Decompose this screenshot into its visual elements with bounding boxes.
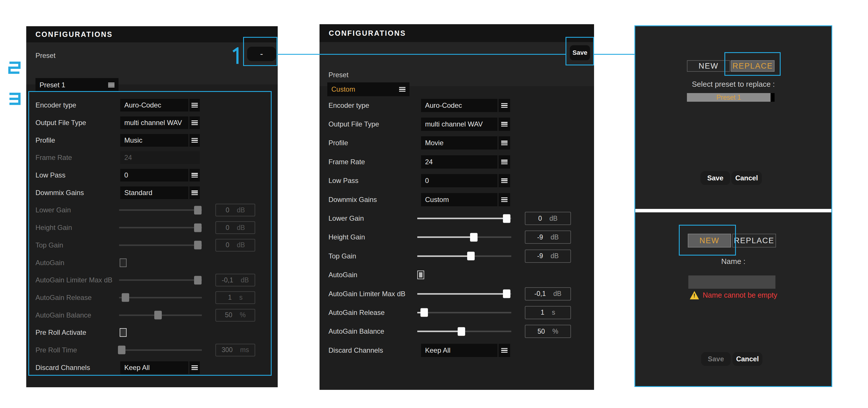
dropdown-value: Movie xyxy=(425,139,443,147)
row-label: Downmix Gains xyxy=(329,195,418,203)
row-downmix-gains: Downmix GainsStandard xyxy=(26,184,278,201)
dropdown-value: Auro-Codec xyxy=(124,101,161,109)
preset-name-input[interactable] xyxy=(688,275,775,289)
dropdown-menu-button[interactable] xyxy=(189,116,200,129)
value-unit: s xyxy=(552,309,555,316)
row-height-gain: Height Gain0dB xyxy=(26,219,278,237)
slider-thumb[interactable] xyxy=(503,214,510,223)
row-autogain-limiter-max-db: AutoGain Limiter Max dB-0,1dB xyxy=(26,271,278,289)
row-label: Encoder type xyxy=(329,101,418,109)
dropdown-profile[interactable]: Movie xyxy=(421,136,497,149)
slider-track-autogain-release[interactable] xyxy=(417,312,511,313)
preset-dropdown[interactable]: Preset 1 xyxy=(35,78,119,92)
dropdown-menu-button[interactable] xyxy=(499,174,510,187)
value-number: -0,1 xyxy=(222,276,233,284)
slider-thumb xyxy=(194,223,202,232)
row-label: Lower Gain xyxy=(35,206,125,214)
checkbox-autogain[interactable] xyxy=(417,271,424,279)
dropdown-output-file-type[interactable]: multi channel WAV xyxy=(421,117,497,131)
slider-thumb[interactable] xyxy=(467,252,475,261)
scrollbar[interactable] xyxy=(771,93,775,102)
menu-icon xyxy=(501,160,507,164)
dropdown-menu-button[interactable] xyxy=(189,169,200,181)
row-lower-gain: Lower Gain0dB xyxy=(26,201,278,219)
checkbox-pre-roll-activate[interactable] xyxy=(120,328,127,337)
value-field-autogain-release[interactable]: 1s xyxy=(525,306,571,319)
dropdown-frame-rate[interactable]: 24 xyxy=(421,155,497,169)
slider-track-autogain-balance[interactable] xyxy=(417,331,511,332)
slider-track-height-gain[interactable] xyxy=(417,237,511,238)
value-field-height-gain[interactable]: -9dB xyxy=(525,231,571,244)
dropdown-menu-button[interactable] xyxy=(189,361,200,374)
value-field-top-gain[interactable]: -9dB xyxy=(525,249,571,263)
preset-option[interactable]: Preset 1 xyxy=(687,93,771,102)
row-lower-gain: Lower Gain0dB xyxy=(319,209,594,228)
row-profile: ProfileMovie xyxy=(319,134,594,152)
dropdown-encoder-type[interactable]: Auro-Codec xyxy=(120,99,188,111)
dropdown-low-pass[interactable]: 0 xyxy=(421,174,497,187)
remove-preset-button[interactable]: - xyxy=(247,47,276,61)
slider-thumb[interactable] xyxy=(421,308,428,317)
checkbox-autogain xyxy=(120,259,127,267)
dropdown-menu-button[interactable] xyxy=(499,155,510,169)
slider-thumb xyxy=(154,311,162,319)
row-autogain-balance: AutoGain Balance50% xyxy=(26,306,278,324)
dropdown-encoder-type[interactable]: Auro-Codec xyxy=(421,99,497,112)
dropdown-downmix-gains[interactable]: Standard xyxy=(120,186,188,199)
value-field-lower-gain: 0dB xyxy=(215,204,255,216)
tab-new[interactable]: NEW xyxy=(687,60,730,72)
panel-header: CONFIGURATIONS xyxy=(26,26,278,42)
dropdown-menu-button[interactable] xyxy=(189,186,200,199)
dropdown-menu-button[interactable] xyxy=(499,99,510,112)
value-field-pre-roll-time: 300ms xyxy=(215,344,255,356)
slider-track-lower-gain[interactable] xyxy=(417,218,511,219)
dropdown-menu-button[interactable] xyxy=(499,193,510,206)
dropdown-menu-button[interactable] xyxy=(189,99,200,111)
slider-track-autogain-limiter-max-db xyxy=(119,279,202,281)
dropdown-low-pass[interactable]: 0 xyxy=(120,169,188,181)
dropdown-value: Keep All xyxy=(425,346,451,354)
tab-replace[interactable]: REPLACE xyxy=(732,234,776,247)
dropdown-output-file-type[interactable]: multi channel WAV xyxy=(120,116,188,129)
menu-icon xyxy=(501,197,507,202)
slider-track-top-gain[interactable] xyxy=(417,255,511,257)
menu-icon xyxy=(191,173,198,177)
validation-error: ! Name cannot be empty xyxy=(635,291,831,299)
row-downmix-gains: Downmix GainsCustom xyxy=(319,190,594,209)
slider-thumb[interactable] xyxy=(458,327,465,336)
preset-dropdown-value: Custom xyxy=(331,85,355,93)
slider-thumb[interactable] xyxy=(470,233,477,241)
tab-replace[interactable]: REPLACE xyxy=(731,60,775,72)
dropdown-menu-button[interactable] xyxy=(499,136,510,149)
cancel-button[interactable]: Cancel xyxy=(731,171,762,185)
name-label: Name : xyxy=(635,257,831,266)
value-field-lower-gain[interactable]: 0dB xyxy=(525,212,571,225)
preset-dropdown[interactable]: Custom xyxy=(327,82,409,96)
dropdown-menu-button[interactable] xyxy=(189,134,200,147)
save-preset-button[interactable]: Save xyxy=(570,45,590,60)
dropdown-menu-button[interactable] xyxy=(499,117,510,131)
row-label: Top Gain xyxy=(35,241,125,249)
annotation-marker-2 xyxy=(7,61,21,75)
slider-fill xyxy=(417,237,474,238)
row-label: Height Gain xyxy=(329,233,418,241)
dropdown-menu-button[interactable] xyxy=(499,344,510,357)
value-field-height-gain: 0dB xyxy=(215,221,255,234)
save-button-disabled[interactable]: Save xyxy=(701,352,731,366)
row-label: Height Gain xyxy=(35,224,125,232)
dropdown-discard-channels[interactable]: Keep All xyxy=(120,361,188,374)
dropdown-discard-channels[interactable]: Keep All xyxy=(421,344,497,357)
annotation-connector-line xyxy=(594,54,634,55)
slider-thumb[interactable] xyxy=(503,290,510,298)
value-field-autogain-balance[interactable]: 50% xyxy=(525,325,571,338)
value-number: -0,1 xyxy=(534,290,546,298)
dropdown-downmix-gains[interactable]: Custom xyxy=(421,193,497,206)
slider-track-autogain-limiter-max-db[interactable] xyxy=(417,293,511,295)
save-button[interactable]: Save xyxy=(701,171,730,185)
replace-preset-dialog: NEW REPLACE Select preset to replace : P… xyxy=(635,26,831,209)
tab-new[interactable]: NEW xyxy=(688,234,731,247)
value-field-autogain-limiter-max-db[interactable]: -0,1dB xyxy=(525,287,571,301)
row-label: AutoGain xyxy=(35,259,125,267)
cancel-button[interactable]: Cancel xyxy=(733,352,763,366)
dropdown-profile[interactable]: Music xyxy=(120,134,188,147)
